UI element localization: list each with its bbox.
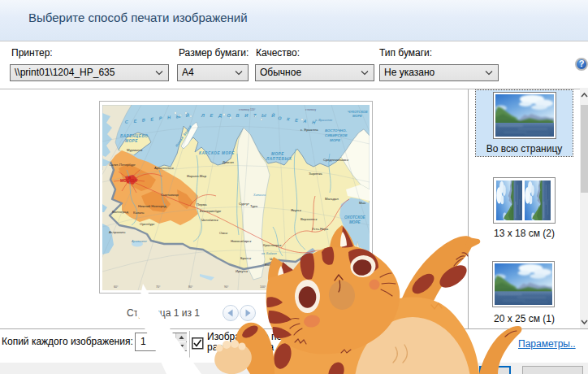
svg-text:Санкт-Петербург: Санкт-Петербург	[109, 163, 136, 167]
svg-text:Челябинск: Челябинск	[201, 218, 218, 222]
svg-text:Сургут: Сургут	[239, 202, 249, 206]
svg-text:БАРЕНЦЕВО: БАРЕНЦЕВО	[120, 134, 148, 138]
svg-text:КАРСКОЕ МОРЕ: КАРСКОЕ МОРЕ	[199, 151, 235, 155]
svg-text:ОХОТСКОЕ: ОХОТСКОЕ	[344, 215, 365, 220]
svg-text:Нижний Новгород: Нижний Новгород	[138, 204, 166, 208]
svg-text:Сыктывкар: Сыктывкар	[161, 193, 179, 197]
svg-text:60°: 60°	[114, 285, 119, 289]
svg-text:Екатеринбург: Екатеринбург	[200, 209, 222, 213]
svg-text:Пермь: Пермь	[197, 202, 208, 207]
svg-text:МОСКВА: МОСКВА	[120, 179, 137, 183]
svg-text:к полюсу 120°: к полюсу 120°	[239, 108, 256, 111]
svg-text:Казань: Казань	[133, 211, 145, 215]
svg-text:Мыс: Мыс	[359, 201, 366, 205]
svg-text:Зырянка: Зырянка	[309, 172, 322, 176]
svg-text:о. Врангеля: о. Врангеля	[315, 119, 332, 122]
svg-text:МОРЕ: МОРЕ	[271, 152, 284, 156]
svg-text:Верхоянск: Верхоянск	[300, 217, 317, 221]
svg-text:Магадан: Магадан	[325, 197, 339, 201]
svg-text:Волгоград: Волгоград	[112, 210, 128, 214]
svg-text:к полюсу: к полюсу	[305, 108, 317, 111]
svg-text:Архангельск: Архангельск	[154, 166, 174, 170]
svg-text:СИБИРСКОЕ: СИБИРСКОЕ	[325, 133, 348, 137]
svg-text:МОРЕ: МОРЕ	[352, 114, 362, 118]
svg-text:Л Е Д О В И Т Ы Й: Л Е Д О В И Т Ы Й	[201, 112, 277, 118]
svg-text:ЛАПТЕВЫХ: ЛАПТЕВЫХ	[266, 157, 292, 161]
svg-text:Тура: Тура	[250, 204, 258, 208]
svg-text:Нарьян-Мар: Нарьян-Мар	[187, 174, 207, 178]
svg-text:Диксон: Диксон	[223, 160, 235, 164]
svg-text:с. Ерыклла: с. Ерыклла	[300, 128, 318, 132]
svg-text:МОРЕ: МОРЕ	[125, 139, 138, 143]
svg-text:Хатанга: Хатанга	[253, 194, 266, 197]
svg-text:ВОСТОЧНО-: ВОСТОЧНО-	[325, 128, 347, 133]
svg-text:Якутск: Якутск	[291, 208, 301, 212]
svg-text:Мурманск: Мурманск	[127, 148, 143, 152]
svg-text:Среднеколымск: Среднеколымск	[323, 158, 348, 162]
svg-text:МОРЕ: МОРЕ	[330, 138, 341, 142]
